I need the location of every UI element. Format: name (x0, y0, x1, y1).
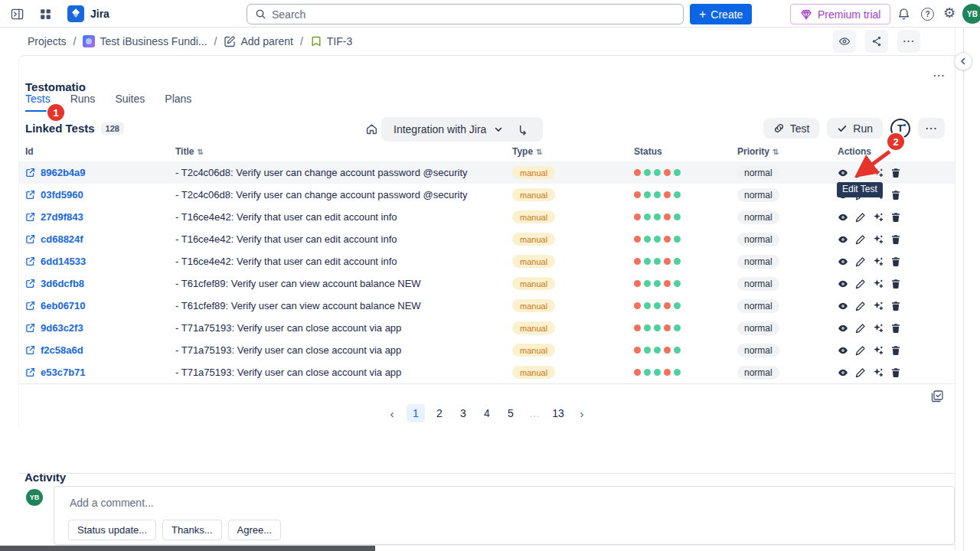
test-button[interactable]: Test (763, 118, 820, 139)
delete-icon[interactable] (890, 190, 901, 201)
sparkles-icon[interactable] (873, 212, 884, 223)
delete-icon[interactable] (890, 345, 901, 356)
search-input[interactable]: Search (247, 4, 684, 24)
pagination-page-3[interactable]: 3 (454, 404, 472, 422)
create-button[interactable]: + Create (690, 4, 752, 24)
edit-icon[interactable] (855, 212, 866, 223)
edit-icon[interactable] (855, 323, 866, 334)
sort-icon[interactable]: ⇅ (197, 148, 203, 156)
sparkles-icon[interactable] (873, 234, 884, 245)
column-header-title[interactable]: Title⇅ (175, 146, 512, 157)
tab-tests[interactable]: Tests (25, 93, 51, 112)
sparkles-icon[interactable] (873, 256, 884, 267)
panel-toolbar-more-button[interactable]: ⋯ (918, 118, 945, 139)
sparkles-icon[interactable] (873, 301, 884, 311)
test-id-link[interactable]: 3d6dcfb8 (25, 278, 175, 289)
table-row[interactable]: 8962b4a9- T2c4c06d8: Verify user can cha… (19, 161, 955, 184)
breadcrumb-project[interactable]: Test iBusiness Fundi... (83, 35, 207, 47)
table-row[interactable]: 6dd14533- T16ce4e42: Verify that user ca… (19, 250, 955, 272)
delete-icon[interactable] (890, 279, 901, 289)
view-icon[interactable] (838, 212, 848, 223)
delete-icon[interactable] (890, 256, 901, 267)
breadcrumb-issue[interactable]: TIF-3 (310, 35, 352, 47)
run-button[interactable]: Run (827, 118, 883, 139)
sort-icon[interactable]: ⇅ (773, 148, 779, 156)
delete-icon[interactable] (890, 234, 901, 245)
quick-reply-1[interactable]: Status update... (68, 520, 156, 540)
view-icon[interactable] (838, 234, 848, 245)
help-icon[interactable]: ? (921, 8, 934, 21)
test-id-link[interactable]: 03fd5960 (25, 189, 175, 201)
delete-icon[interactable] (890, 323, 901, 334)
edit-icon[interactable] (855, 345, 866, 356)
pagination-page-1[interactable]: 1 (407, 404, 425, 422)
sparkles-icon[interactable] (873, 367, 884, 378)
pagination-prev[interactable]: ‹ (383, 404, 401, 422)
quick-reply-3[interactable]: Agree... (228, 520, 282, 540)
premium-trial-button[interactable]: Premium trial (790, 4, 890, 24)
table-row[interactable]: 9d63c2f3- T71a75193: Verify user can clo… (19, 317, 955, 339)
breadcrumb-projects[interactable]: Projects (28, 35, 67, 47)
pagination-page-2[interactable]: 2 (430, 404, 449, 422)
test-id-link[interactable]: cd68824f (25, 233, 175, 245)
delete-icon[interactable] (890, 301, 901, 311)
user-avatar[interactable]: YB (962, 4, 980, 24)
tab-suites[interactable]: Suites (115, 93, 145, 112)
add-parent-button[interactable]: Add parent (224, 35, 293, 47)
view-icon[interactable] (838, 323, 848, 334)
sort-icon[interactable]: ⇅ (536, 148, 542, 156)
test-id-link[interactable]: 8962b4a9 (25, 167, 175, 178)
collapse-panel-button[interactable] (954, 52, 972, 70)
edit-icon[interactable] (855, 234, 866, 245)
test-id-link[interactable]: 9d63c2f3 (25, 322, 175, 334)
pagination-page-13[interactable]: 13 (549, 404, 567, 422)
pagination-page-4[interactable]: 4 (478, 404, 496, 422)
home-icon[interactable] (365, 122, 378, 135)
view-icon[interactable] (838, 279, 848, 289)
pagination-next[interactable]: › (573, 404, 591, 422)
view-icon[interactable] (838, 345, 848, 356)
sparkles-icon[interactable] (873, 279, 884, 289)
settings-gear-icon[interactable]: ⚙ (943, 6, 956, 20)
panel-more-icon[interactable]: ⋯ (933, 70, 946, 82)
sidebar-toggle-icon[interactable] (11, 8, 24, 21)
view-icon[interactable] (838, 256, 848, 267)
notifications-bell-icon[interactable] (897, 8, 910, 21)
sparkles-icon[interactable] (873, 323, 884, 334)
delete-icon[interactable] (890, 367, 901, 378)
edit-icon[interactable] (855, 367, 866, 378)
pagination-page-5[interactable]: 5 (501, 404, 520, 422)
branch-dropdown[interactable]: Integration with Jira (381, 117, 543, 142)
table-row[interactable]: 27d9f843- T16ce4e42: Verify that user ca… (19, 206, 955, 228)
more-actions-button[interactable]: ⋯ (897, 30, 920, 53)
column-header-type[interactable]: Type⇅ (512, 146, 634, 157)
watch-button[interactable] (833, 30, 856, 53)
test-id-link[interactable]: 6eb06710 (25, 300, 175, 311)
app-switcher-icon[interactable] (39, 8, 52, 21)
comment-box[interactable]: Add a comment... Status update...Thanks.… (54, 486, 955, 545)
test-id-link[interactable]: e53c7b71 (25, 367, 175, 378)
quick-reply-2[interactable]: Thanks... (162, 520, 221, 540)
delete-icon[interactable] (890, 212, 901, 223)
table-row[interactable]: cd68824f- T16ce4e42: Verify that user ca… (19, 228, 955, 250)
jira-logo-icon[interactable] (67, 5, 84, 22)
test-id-link[interactable]: f2c58a6d (25, 344, 175, 356)
share-button[interactable] (865, 30, 888, 53)
edit-icon[interactable] (855, 301, 866, 311)
sparkles-icon[interactable] (873, 345, 884, 356)
edit-icon[interactable] (855, 256, 866, 267)
table-row[interactable]: f2c58a6d- T71a75193: Verify user can clo… (19, 339, 955, 361)
table-row[interactable]: 03fd5960- T2c4c06d8: Verify user can cha… (19, 184, 955, 206)
edit-icon[interactable] (855, 279, 866, 289)
table-row[interactable]: 3d6dcfb8- T61cfef89: Verify user can vie… (19, 272, 955, 295)
table-row[interactable]: 6eb06710- T61cfef89: Verify user can vie… (19, 295, 955, 317)
tab-plans[interactable]: Plans (165, 93, 191, 112)
tab-runs[interactable]: Runs (70, 93, 96, 112)
view-icon[interactable] (838, 367, 848, 378)
test-id-link[interactable]: 27d9f843 (25, 211, 175, 223)
bulk-check-icon[interactable] (930, 390, 944, 403)
test-id-link[interactable]: 6dd14533 (25, 256, 175, 267)
view-icon[interactable] (838, 168, 848, 178)
column-header-priority[interactable]: Priority⇅ (737, 146, 838, 157)
view-icon[interactable] (838, 301, 848, 311)
